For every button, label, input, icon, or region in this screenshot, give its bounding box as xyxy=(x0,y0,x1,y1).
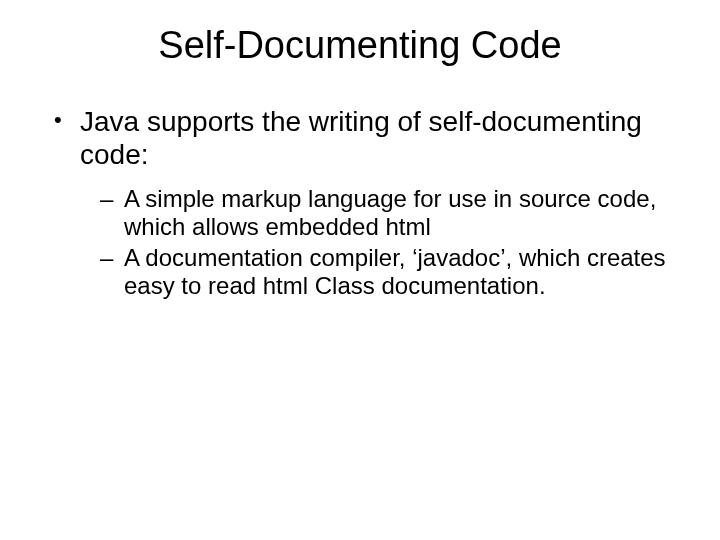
sub-bullet-text: A simple markup language for use in sour… xyxy=(124,185,656,240)
slide-body: Java supports the writing of self-docume… xyxy=(0,67,720,300)
sub-bullet-item: A simple markup language for use in sour… xyxy=(100,185,670,242)
bullet-list: Java supports the writing of self-docume… xyxy=(50,105,670,300)
sub-bullet-item: A documentation compiler, ‘javadoc’, whi… xyxy=(100,244,670,301)
bullet-item: Java supports the writing of self-docume… xyxy=(50,105,670,300)
slide-title: Self-Documenting Code xyxy=(0,0,720,67)
slide: Self-Documenting Code Java supports the … xyxy=(0,0,720,540)
sub-bullet-text: A documentation compiler, ‘javadoc’, whi… xyxy=(124,244,666,299)
sub-bullet-list: A simple markup language for use in sour… xyxy=(80,185,670,300)
bullet-text: Java supports the writing of self-docume… xyxy=(80,106,642,170)
